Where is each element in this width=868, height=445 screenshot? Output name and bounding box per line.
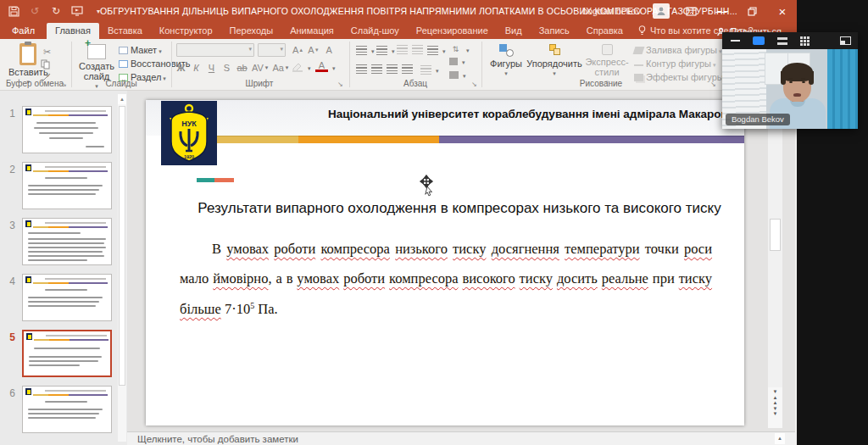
increase-indent-button[interactable] xyxy=(412,45,423,54)
ribbon-display-options-icon[interactable] xyxy=(682,2,700,20)
tab-Анимация[interactable]: Анимация xyxy=(281,23,342,39)
current-slide[interactable]: Національний університет кораблебудуванн… xyxy=(146,100,744,426)
account-name[interactable]: bogdan bekov xyxy=(582,6,641,16)
zoom-minimize-icon[interactable] xyxy=(731,40,740,42)
clear-formatting-button[interactable]: A xyxy=(323,43,336,56)
paragraph-dialog-launcher[interactable]: ↘ xyxy=(471,81,477,88)
previous-slide-button[interactable]: ▲▲ xyxy=(773,395,778,405)
shapes-button[interactable]: Фигуры xyxy=(487,44,526,79)
tab-Справка[interactable]: Справка xyxy=(578,23,632,39)
slide-title[interactable]: Результати випарного охолодження в компр… xyxy=(146,200,744,217)
justify-button[interactable] xyxy=(402,64,413,74)
header-accent-bar xyxy=(193,136,744,143)
start-slideshow-icon[interactable] xyxy=(70,4,84,18)
slide-thumbnail-1[interactable]: 1 xyxy=(0,106,112,153)
align-center-button[interactable] xyxy=(371,64,382,74)
numbering-button[interactable] xyxy=(376,45,395,55)
move-cursor-icon xyxy=(419,175,436,197)
thumbnail-scrollbar-thumb[interactable] xyxy=(119,106,125,386)
zoom-speaker-view-icon[interactable] xyxy=(777,37,787,45)
slide-thumbnail-4[interactable]: 4 xyxy=(0,274,112,321)
slide-scrollbar[interactable] xyxy=(768,94,782,387)
change-case-button[interactable]: Aa xyxy=(271,61,289,74)
line-spacing-button[interactable] xyxy=(427,45,446,55)
align-right-button[interactable] xyxy=(387,64,398,74)
zoom-exit-minimized-icon[interactable] xyxy=(840,36,851,45)
thumbnail-preview[interactable] xyxy=(22,274,112,321)
copy-button[interactable] xyxy=(41,59,50,70)
account-avatar[interactable] xyxy=(653,3,670,19)
layout-button[interactable]: Макет xyxy=(119,45,162,55)
tab-Переходы[interactable]: Переходы xyxy=(221,23,282,39)
align-left-button[interactable] xyxy=(356,64,367,74)
slide-thumbnail-5[interactable]: 5 xyxy=(0,330,112,377)
thumbnail-preview[interactable] xyxy=(22,386,112,433)
tab-Рецензирование[interactable]: Рецензирование xyxy=(408,23,497,39)
thumbnail-preview[interactable] xyxy=(22,218,112,265)
scroll-up-arrow-icon[interactable]: ▲ xyxy=(118,94,126,104)
close-button[interactable]: × xyxy=(773,2,792,20)
font-color-button[interactable]: А xyxy=(315,61,336,72)
font-size-combo[interactable] xyxy=(258,43,286,57)
slide-thumbnail-3[interactable]: 3 xyxy=(0,218,112,265)
decrease-indent-button[interactable] xyxy=(397,45,408,54)
drawing-dialog-launcher[interactable]: ↘ xyxy=(710,81,716,88)
zoom-gallery-view-icon[interactable] xyxy=(800,36,810,46)
svg-text:НУК: НУК xyxy=(181,120,197,128)
font-dialog-launcher[interactable]: ↘ xyxy=(337,81,343,88)
tab-Конструктор[interactable]: Конструктор xyxy=(151,23,221,39)
slide-scrollbar-thumb[interactable] xyxy=(770,219,781,251)
slide-thumbnail-2[interactable]: 2 xyxy=(0,162,112,209)
zoom-video-overlay[interactable]: Bogdan Bekov xyxy=(722,32,858,129)
tab-Вид[interactable]: Вид xyxy=(497,23,531,39)
redo-icon[interactable]: ↻ xyxy=(49,4,63,18)
notes-scroll-up-icon[interactable]: ▲ xyxy=(775,433,785,444)
tab-Вставка[interactable]: Вставка xyxy=(99,23,151,39)
thumbnail-scrollbar[interactable]: ▲ xyxy=(118,94,126,442)
slide-thumbnail-6[interactable]: 6 xyxy=(0,386,112,433)
bullets-button[interactable] xyxy=(356,45,375,55)
shape-fill-button[interactable]: Заливка фигуры xyxy=(634,45,722,55)
thumbnail-preview[interactable] xyxy=(22,330,112,377)
bold-button[interactable]: Ж xyxy=(175,61,187,74)
scroll-down-arrow-icon[interactable]: ▼ xyxy=(773,389,778,394)
minimize-button[interactable]: — xyxy=(712,2,731,20)
ribbon-tabs: ФайлГлавнаяВставкаКонструкторПереходыАни… xyxy=(0,22,797,39)
restore-button[interactable] xyxy=(743,2,761,20)
save-icon[interactable] xyxy=(7,4,20,18)
notes-pane[interactable]: Щелкните, чтобы добавить заметки ▲ xyxy=(127,431,795,445)
powerpoint-window: ↺ ↻ ▾ ОБГРУНТУВАННЯ ДІЛЬНИЦЬ ВИПАРНОГО О… xyxy=(0,0,797,445)
columns-button[interactable] xyxy=(420,64,439,75)
increase-font-size-button[interactable]: A▲ xyxy=(292,43,304,56)
strikethrough-button[interactable]: ab xyxy=(236,61,248,74)
shapes-icon xyxy=(499,44,514,57)
shape-outline-button[interactable]: Контур фигуры xyxy=(634,58,715,69)
underline-button[interactable]: Ч xyxy=(205,61,218,74)
arrange-button[interactable]: Упорядочить xyxy=(526,44,583,79)
font-style-buttons: ЖКЧSabAVAa xyxy=(175,61,289,74)
slide-body-text[interactable]: В умовах роботи компресора низького тиск… xyxy=(180,234,712,324)
tab-Файл[interactable]: Файл xyxy=(0,23,47,39)
italic-button[interactable]: К xyxy=(190,61,203,74)
font-name-combo[interactable] xyxy=(176,43,254,57)
text-shadow-button[interactable]: S xyxy=(220,61,233,74)
notes-placeholder[interactable]: Щелкните, чтобы добавить заметки xyxy=(137,434,298,444)
highlight-button[interactable] xyxy=(292,61,311,72)
tab-Слайд-шоу[interactable]: Слайд-шоу xyxy=(342,23,408,39)
thumbnail-preview[interactable] xyxy=(22,106,112,153)
slide-editor-area: Національний університет кораблебудуванн… xyxy=(127,91,795,431)
thumbnail-number: 3 xyxy=(0,218,19,265)
align-text-button[interactable] xyxy=(449,56,465,66)
thumbnail-preview[interactable] xyxy=(22,162,112,209)
bar-purple-segment xyxy=(439,136,744,143)
undo-icon[interactable]: ↺ xyxy=(28,4,42,18)
char-spacing-button[interactable]: AV xyxy=(251,61,269,74)
zoom-active-view-icon[interactable] xyxy=(753,36,765,45)
clipboard-dialog-launcher[interactable]: ↘ xyxy=(61,81,67,88)
tab-Запись[interactable]: Запись xyxy=(531,23,578,39)
cut-button[interactable]: ✂ xyxy=(41,46,53,58)
tab-Главная[interactable]: Главная xyxy=(47,23,99,39)
decrease-font-size-button[interactable]: A▼ xyxy=(307,43,320,56)
next-slide-button[interactable]: ▼▼ xyxy=(773,406,778,416)
text-direction-button[interactable]: ⇅ xyxy=(449,42,470,55)
